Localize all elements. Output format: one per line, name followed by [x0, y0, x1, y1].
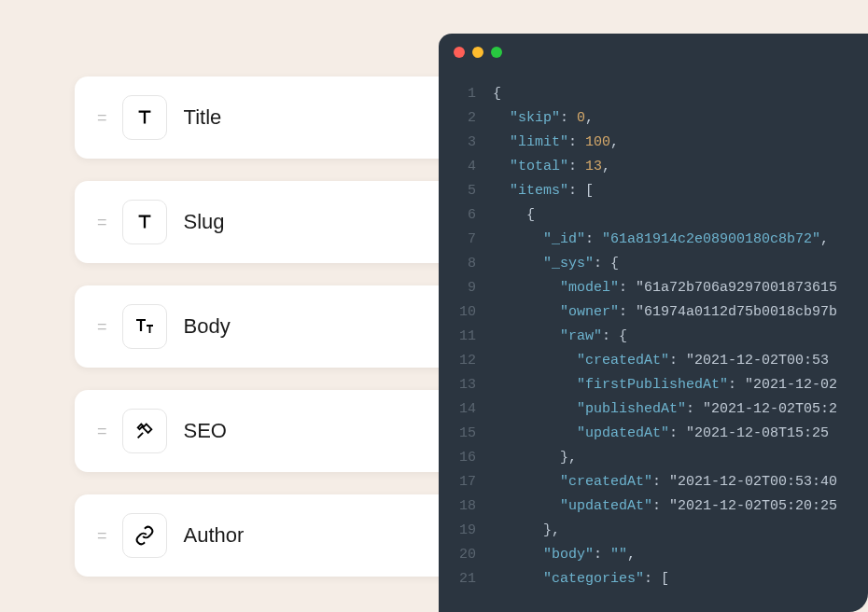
line-numbers: 123456789101112131415161718192021	[439, 82, 493, 591]
link-icon	[122, 513, 167, 558]
close-icon[interactable]	[454, 47, 465, 58]
title-icon	[122, 200, 167, 244]
code-panel: 123456789101112131415161718192021 { "ski…	[439, 34, 868, 612]
maximize-icon[interactable]	[491, 47, 502, 58]
field-label: Slug	[184, 210, 225, 234]
tools-icon	[122, 409, 167, 453]
code-content: { "skip": 0, "limit": 100, "total": 13, …	[493, 82, 837, 591]
title-icon	[122, 95, 167, 140]
minimize-icon[interactable]	[472, 47, 483, 58]
window-controls	[439, 34, 868, 71]
drag-handle-icon[interactable]: =	[97, 214, 105, 230]
drag-handle-icon[interactable]: =	[97, 423, 105, 439]
field-label: Body	[184, 314, 231, 339]
richtext-icon	[122, 304, 167, 349]
drag-handle-icon[interactable]: =	[97, 318, 105, 335]
field-label: SEO	[184, 419, 227, 443]
field-label: Author	[184, 523, 245, 548]
drag-handle-icon[interactable]: =	[97, 527, 105, 544]
code-area: 123456789101112131415161718192021 { "ski…	[439, 71, 868, 603]
drag-handle-icon[interactable]: =	[97, 109, 105, 126]
field-label: Title	[184, 105, 222, 130]
